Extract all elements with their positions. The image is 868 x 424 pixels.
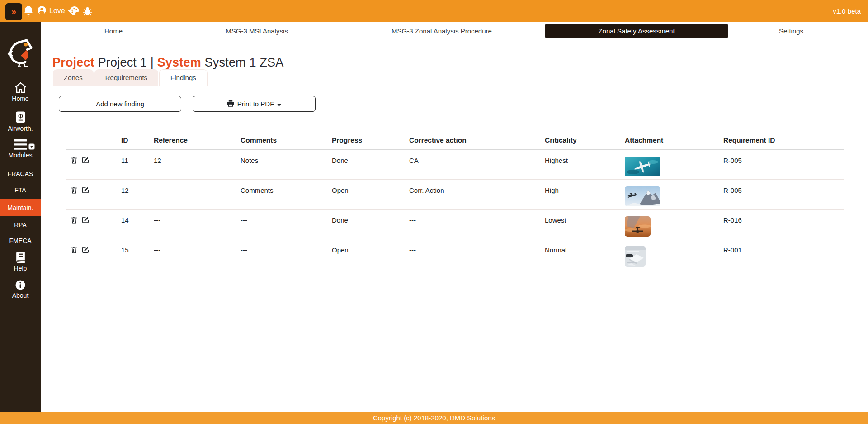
footer: Copyright (c) 2018-2020, DMD Solutions: [0, 412, 868, 424]
table-row: 12 --- Comments Open Corr. Action High R…: [66, 180, 844, 210]
cell-criticality: Lowest: [545, 210, 625, 239]
cell-comments: Comments: [241, 180, 332, 210]
cell-reference: ---: [154, 239, 241, 269]
sidebar-item-maintain-active[interactable]: Maintain.: [0, 199, 41, 216]
delete-finding-button[interactable]: [71, 246, 77, 253]
column-header-id: ID: [121, 132, 154, 150]
print-caret-down-icon: [277, 100, 281, 108]
sidebar-item-help[interactable]: Help: [0, 251, 41, 272]
sidebar-item-about[interactable]: About: [0, 280, 41, 299]
cell-reference: ---: [154, 210, 241, 239]
cell-corrective-action: ---: [409, 210, 545, 239]
tab-requirements[interactable]: Requirements: [94, 69, 158, 86]
nav-item-msg3-zonal-analysis-procedure[interactable]: MSG-3 Zonal Analysis Procedure: [382, 22, 501, 40]
bell-icon[interactable]: [23, 5, 34, 17]
column-header-comments: Comments: [241, 132, 332, 150]
column-header-attachment: Attachment: [625, 132, 723, 150]
tab-zones[interactable]: Zones: [53, 69, 94, 86]
user-circle-icon: [37, 5, 47, 17]
main-content: Home MSG-3 MSI Analysis MSG-3 Zonal Anal…: [41, 22, 868, 412]
sidebar-item-home[interactable]: Home: [0, 82, 41, 102]
cell-criticality: Normal: [545, 239, 625, 269]
cell-requirement-id: R-005: [723, 180, 844, 210]
bug-icon[interactable]: [82, 5, 93, 16]
sidebar-item-label: FMECA: [9, 237, 32, 244]
sidebar-item-modules[interactable]: Modules: [0, 139, 41, 159]
attachment-thumbnail-plane-sunset[interactable]: [625, 216, 651, 237]
nav-item-zonal-safety-assessment-active[interactable]: Zonal Safety Assessment: [545, 24, 728, 38]
title-pipe: |: [151, 56, 154, 69]
sidebar-item-label: Modules: [9, 152, 33, 159]
cell-corrective-action: Corr. Action: [409, 180, 545, 210]
cell-requirement-id: R-005: [723, 150, 844, 180]
cell-id: 15: [121, 239, 154, 269]
cell-corrective-action: CA: [409, 150, 545, 180]
cell-id: 14: [121, 210, 154, 239]
topbar: » Love v1.0 beta: [0, 0, 868, 22]
cell-progress: Done: [332, 150, 409, 180]
table-header-row: ID Reference Comments Progress Correctiv…: [66, 132, 844, 150]
sidebar-item-label: Maintain.: [8, 204, 33, 211]
project-label: Project: [52, 56, 94, 69]
system-value: System 1 ZSA: [205, 56, 284, 69]
column-header-corrective-action: Corrective action: [409, 132, 545, 150]
copyright-text: Copyright (c) 2018-2020, DMD Solutions: [373, 414, 495, 422]
column-header-reference: Reference: [154, 132, 241, 150]
add-new-finding-button[interactable]: Add new finding: [59, 96, 181, 112]
printer-icon: [227, 100, 234, 108]
sidebar-item-label: RPA: [14, 221, 27, 229]
edit-finding-button[interactable]: [82, 157, 89, 164]
sidebar-item-rpa[interactable]: RPA: [0, 221, 41, 229]
info-circle-icon: [0, 280, 41, 290]
findings-table-container: ID Reference Comments Progress Correctiv…: [66, 132, 844, 269]
edit-finding-button[interactable]: [82, 246, 89, 253]
cell-reference: ---: [154, 180, 241, 210]
print-to-pdf-button[interactable]: Print to PDF: [193, 96, 316, 112]
top-navigation: Home MSG-3 MSI Analysis MSG-3 Zonal Anal…: [41, 22, 868, 40]
sidebar-item-label: Home: [12, 95, 28, 102]
sidebar-item-airworthiness[interactable]: Airworth.: [0, 111, 41, 132]
attachment-thumbnail-aircraft-snow[interactable]: [625, 246, 646, 267]
column-header-requirement-id: Requirement ID: [723, 132, 844, 150]
sidebar-item-label: About: [12, 292, 29, 299]
column-header-actions: [66, 132, 121, 150]
book-icon: [0, 251, 41, 263]
cell-requirement-id: R-016: [723, 210, 844, 239]
attachment-thumbnail-jet-mountain[interactable]: [625, 186, 660, 206]
page-title: Project Project 1 | System System 1 ZSA: [52, 56, 284, 70]
cell-comments: ---: [241, 239, 332, 269]
nav-item-home[interactable]: Home: [95, 22, 132, 40]
modules-expand-icon[interactable]: [28, 143, 35, 151]
column-header-progress: Progress: [332, 132, 409, 150]
nav-item-msg3-msi-analysis[interactable]: MSG-3 MSI Analysis: [217, 22, 297, 40]
delete-finding-button[interactable]: [71, 216, 77, 224]
table-row: 14 --- --- Done --- Lowest R-016: [66, 210, 844, 239]
system-label: System: [157, 56, 201, 69]
delete-finding-button[interactable]: [71, 157, 77, 164]
print-to-pdf-label: Print to PDF: [237, 100, 274, 108]
edit-finding-button[interactable]: [82, 186, 89, 194]
cell-comments: Notes: [241, 150, 332, 180]
version-badge: v1.0 beta: [833, 0, 861, 22]
cell-comments: ---: [241, 210, 332, 239]
cell-id: 11: [121, 150, 154, 180]
attachment-thumbnail-plane-over-sea[interactable]: [625, 157, 660, 176]
edit-finding-button[interactable]: [82, 216, 89, 224]
user-name: Love: [49, 7, 65, 15]
sidebar: Home Airworth. Modules FRACAS FTA Mainta…: [0, 22, 41, 412]
robin-bird-logo[interactable]: [7, 38, 34, 67]
palette-icon[interactable]: [69, 5, 80, 16]
cell-id: 12: [121, 180, 154, 210]
sidebar-collapse-button[interactable]: »: [5, 3, 22, 20]
nav-item-settings[interactable]: Settings: [770, 22, 812, 40]
home-icon: [0, 82, 41, 93]
tab-findings-active[interactable]: Findings: [159, 69, 208, 86]
user-menu[interactable]: Love: [37, 5, 72, 16]
sidebar-item-fracas[interactable]: FRACAS: [0, 170, 41, 177]
double-chevron-right-icon: »: [11, 7, 16, 16]
sidebar-item-fta[interactable]: FTA: [0, 186, 41, 194]
sidebar-item-label: FTA: [14, 186, 26, 194]
sidebar-item-fmeca[interactable]: FMECA: [0, 237, 41, 244]
delete-finding-button[interactable]: [71, 186, 77, 194]
cell-progress: Open: [332, 180, 409, 210]
